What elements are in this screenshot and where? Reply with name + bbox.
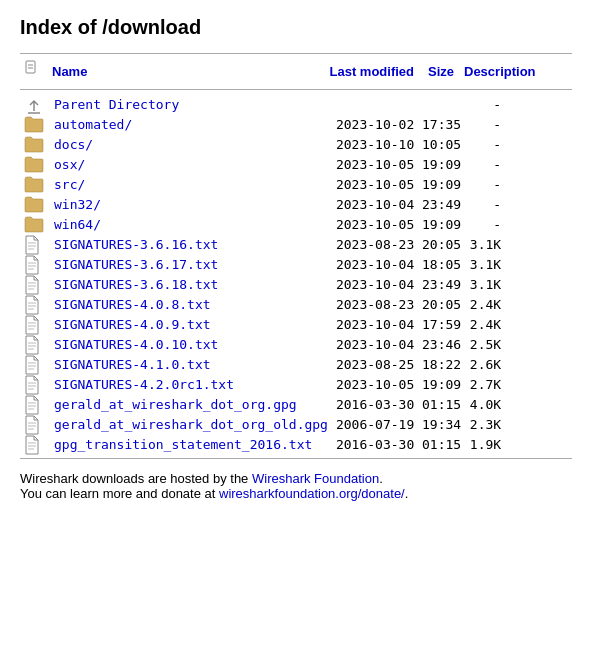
file-link[interactable]: SIGNATURES-3.6.18.txt — [54, 277, 218, 292]
desc-cell — [505, 114, 572, 134]
file-link[interactable]: automated/ — [54, 117, 132, 132]
svg-rect-0 — [26, 61, 35, 73]
table-row: osx/2023-10-05 19:09- — [20, 154, 572, 174]
modified-cell: 2016-03-30 01:15 — [332, 394, 465, 414]
header-size: Size — [418, 58, 458, 85]
desc-cell — [505, 234, 572, 254]
footer-line1-pre: Wireshark downloads are hosted by the — [20, 471, 252, 486]
desc-cell — [505, 194, 572, 214]
folder-icon — [24, 155, 44, 173]
file-icon — [24, 255, 44, 273]
file-icon — [24, 355, 44, 373]
footer-donate-link[interactable]: wiresharkfoundation.org/donate/ — [219, 486, 405, 501]
size-cell: 3.1K — [465, 274, 505, 294]
file-link[interactable]: osx/ — [54, 157, 85, 172]
folder-icon — [24, 175, 44, 193]
modified-cell: 2023-10-04 23:49 — [332, 194, 465, 214]
modified-cell: 2023-10-02 17:35 — [332, 114, 465, 134]
file-link[interactable]: SIGNATURES-4.0.8.txt — [54, 297, 211, 312]
file-icon — [24, 335, 44, 353]
size-cell: - — [465, 134, 505, 154]
modified-cell: 2023-10-04 17:59 — [332, 314, 465, 334]
file-link[interactable]: SIGNATURES-4.0.9.txt — [54, 317, 211, 332]
file-link[interactable]: gerald_at_wireshark_dot_org_old.gpg — [54, 417, 328, 432]
size-cell: - — [465, 194, 505, 214]
footer: Wireshark downloads are hosted by the Wi… — [20, 471, 572, 501]
file-link[interactable]: SIGNATURES-3.6.17.txt — [54, 257, 218, 272]
footer-line2-post: . — [405, 486, 409, 501]
size-cell: 2.4K — [465, 314, 505, 334]
table-row: gerald_at_wireshark_dot_org_old.gpg2006-… — [20, 414, 572, 434]
table-row: docs/2023-10-10 10:05- — [20, 134, 572, 154]
modified-cell: 2023-10-05 19:09 — [332, 174, 465, 194]
file-icon — [24, 275, 44, 293]
footer-line2-pre: You can learn more and donate at — [20, 486, 219, 501]
footer-foundation-link[interactable]: Wireshark Foundation — [252, 471, 379, 486]
desc-cell — [505, 354, 572, 374]
modified-cell: 2023-10-05 19:09 — [332, 154, 465, 174]
desc-cell — [505, 294, 572, 314]
desc-cell — [505, 94, 572, 114]
size-cell: - — [465, 174, 505, 194]
table-row: SIGNATURES-3.6.18.txt2023-10-04 23:493.1… — [20, 274, 572, 294]
desc-cell — [505, 254, 572, 274]
header-icon-col — [20, 58, 48, 85]
modified-cell: 2023-10-04 23:49 — [332, 274, 465, 294]
size-cell: 2.6K — [465, 354, 505, 374]
file-link[interactable]: SIGNATURES-3.6.16.txt — [54, 237, 218, 252]
table-row: SIGNATURES-3.6.16.txt2023-08-23 20:053.1… — [20, 234, 572, 254]
file-icon — [24, 295, 44, 313]
modified-cell: 2023-10-10 10:05 — [332, 134, 465, 154]
file-link[interactable]: gerald_at_wireshark_dot_org.gpg — [54, 397, 297, 412]
size-cell: - — [465, 214, 505, 234]
table-row: SIGNATURES-4.0.10.txt2023-10-04 23:462.5… — [20, 334, 572, 354]
desc-cell — [505, 394, 572, 414]
page-title: Index of /download — [20, 16, 572, 39]
file-link[interactable]: gpg_transition_statement_2016.txt — [54, 437, 312, 452]
modified-cell: 2023-10-05 19:09 — [332, 374, 465, 394]
header-desc: Description — [458, 58, 572, 85]
table-row: SIGNATURES-4.2.0rc1.txt2023-10-05 19:092… — [20, 374, 572, 394]
header-name: Name — [48, 58, 288, 85]
file-link[interactable]: SIGNATURES-4.2.0rc1.txt — [54, 377, 234, 392]
folder-icon — [24, 215, 44, 233]
desc-cell — [505, 374, 572, 394]
modified-cell: 2023-10-04 23:46 — [332, 334, 465, 354]
size-cell: 2.4K — [465, 294, 505, 314]
desc-cell — [505, 434, 572, 454]
file-icon — [24, 315, 44, 333]
file-link[interactable]: SIGNATURES-4.0.10.txt — [54, 337, 218, 352]
size-cell: 2.3K — [465, 414, 505, 434]
size-cell: 3.1K — [465, 254, 505, 274]
folder-icon — [24, 195, 44, 213]
table-row: win32/2023-10-04 23:49- — [20, 194, 572, 214]
table-row: automated/2023-10-02 17:35- — [20, 114, 572, 134]
size-cell: 1.9K — [465, 434, 505, 454]
modified-cell: 2006-07-19 19:34 — [332, 414, 465, 434]
file-link[interactable]: docs/ — [54, 137, 93, 152]
desc-cell — [505, 314, 572, 334]
file-link[interactable]: Parent Directory — [54, 97, 179, 112]
file-icon — [24, 435, 44, 453]
file-link[interactable]: win64/ — [54, 217, 101, 232]
table-row: SIGNATURES-4.0.9.txt2023-10-04 17:592.4K — [20, 314, 572, 334]
file-link[interactable]: win32/ — [54, 197, 101, 212]
file-icon — [24, 375, 44, 393]
modified-cell: 2023-10-04 18:05 — [332, 254, 465, 274]
modified-cell — [332, 94, 465, 114]
size-cell: - — [465, 94, 505, 114]
desc-cell — [505, 214, 572, 234]
table-row: gpg_transition_statement_2016.txt2016-03… — [20, 434, 572, 454]
file-link[interactable]: src/ — [54, 177, 85, 192]
modified-cell: 2023-08-25 18:22 — [332, 354, 465, 374]
folder-icon — [24, 135, 44, 153]
size-cell: - — [465, 154, 505, 174]
folder-icon — [24, 115, 44, 133]
table-row: SIGNATURES-4.1.0.txt2023-08-25 18:222.6K — [20, 354, 572, 374]
modified-cell: 2023-08-23 20:05 — [332, 294, 465, 314]
file-icon — [24, 395, 44, 413]
desc-cell — [505, 174, 572, 194]
file-link[interactable]: SIGNATURES-4.1.0.txt — [54, 357, 211, 372]
file-icon — [24, 235, 44, 253]
file-icon — [24, 415, 44, 433]
